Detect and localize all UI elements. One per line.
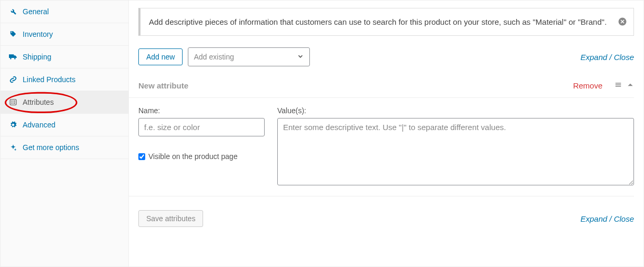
save-attributes-button[interactable]: Save attributes bbox=[138, 210, 203, 227]
close-link[interactable]: Close bbox=[614, 214, 634, 223]
notice-text: Add descriptive pieces of information th… bbox=[149, 17, 607, 26]
sidebar-item-label: Linked Products bbox=[23, 75, 75, 84]
sidebar-item-attributes[interactable]: Attributes bbox=[1, 91, 128, 114]
list-icon bbox=[8, 98, 18, 106]
attribute-header: New attribute Remove bbox=[129, 81, 634, 98]
sidebar: General Inventory Shipping Linked Produc… bbox=[1, 1, 129, 266]
name-column: Name: Visible on the product page bbox=[138, 106, 265, 185]
collapse-up-icon[interactable] bbox=[627, 81, 634, 90]
visible-checkbox-row: Visible on the product page bbox=[138, 152, 265, 161]
gear-icon bbox=[8, 121, 18, 128]
expand-close-links: Expand / Close bbox=[580, 53, 634, 62]
attribute-title: New attribute bbox=[138, 81, 188, 90]
sidebar-item-label: Get more options bbox=[23, 143, 79, 152]
attribute-body: Name: Visible on the product page Value(… bbox=[129, 98, 634, 196]
sidebar-item-general[interactable]: General bbox=[1, 1, 128, 23]
close-icon[interactable] bbox=[618, 17, 627, 29]
drag-handle-icon[interactable] bbox=[614, 81, 622, 90]
sidebar-item-label: General bbox=[23, 7, 49, 16]
sidebar-item-label: Attributes bbox=[23, 98, 54, 106]
name-input[interactable] bbox=[138, 118, 265, 136]
attributes-toolbar: Add new Add existing Expand / Close bbox=[138, 47, 634, 66]
values-column: Value(s): bbox=[277, 106, 634, 185]
expand-link[interactable]: Expand bbox=[580, 214, 607, 223]
svg-rect-0 bbox=[10, 100, 16, 105]
sparkle-icon bbox=[8, 144, 18, 151]
sidebar-item-label: Inventory bbox=[23, 30, 53, 38]
close-link[interactable]: Close bbox=[614, 53, 634, 62]
chevron-down-icon bbox=[297, 53, 304, 62]
values-textarea[interactable] bbox=[277, 118, 634, 185]
attributes-footer: Save attributes Expand / Close bbox=[129, 196, 634, 227]
sidebar-item-advanced[interactable]: Advanced bbox=[1, 114, 128, 136]
name-label: Name: bbox=[138, 106, 265, 115]
wrench-icon bbox=[8, 8, 18, 15]
add-new-button[interactable]: Add new bbox=[138, 48, 183, 65]
expand-link[interactable]: Expand bbox=[580, 53, 607, 62]
add-existing-select[interactable]: Add existing bbox=[188, 47, 310, 66]
info-notice: Add descriptive pieces of information th… bbox=[138, 8, 634, 36]
link-icon bbox=[8, 76, 18, 83]
sidebar-item-label: Advanced bbox=[23, 121, 55, 129]
select-placeholder: Add existing bbox=[194, 53, 234, 61]
sidebar-item-label: Shipping bbox=[23, 53, 52, 61]
product-data-panel: General Inventory Shipping Linked Produc… bbox=[0, 0, 644, 267]
sidebar-item-get-more-options[interactable]: Get more options bbox=[1, 136, 128, 159]
values-label: Value(s): bbox=[277, 106, 634, 115]
visible-checkbox[interactable] bbox=[138, 153, 145, 160]
sidebar-item-shipping[interactable]: Shipping bbox=[1, 46, 128, 68]
expand-close-links-footer: Expand / Close bbox=[580, 214, 634, 223]
main-panel: Add descriptive pieces of information th… bbox=[129, 1, 643, 266]
tag-icon bbox=[8, 31, 18, 38]
truck-icon bbox=[8, 53, 18, 61]
remove-link[interactable]: Remove bbox=[573, 81, 602, 90]
visible-label: Visible on the product page bbox=[148, 152, 237, 161]
sidebar-item-inventory[interactable]: Inventory bbox=[1, 23, 128, 46]
sidebar-item-linked-products[interactable]: Linked Products bbox=[1, 68, 128, 91]
